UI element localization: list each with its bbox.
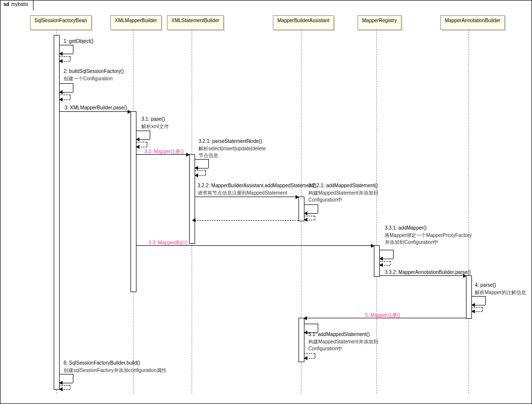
msg-3-2-1: 3.2.1: parseStatementNode() (199, 138, 262, 144)
msg-5-1-note: 构建MappedStatement并添加到 Configuration中 (308, 338, 378, 352)
activation (299, 318, 304, 362)
msg-3: 3: XMLMapperBuilder.pase() (65, 105, 127, 110)
msg-2: 2: buildSqlSessionFactory() (64, 68, 124, 74)
arrow (195, 197, 299, 197)
msg-3-1-note: 解析xml文件 (141, 123, 169, 130)
msg-4-note: 解析Mapper的注解信息 (475, 289, 526, 296)
msg-3-2-2: 3.2.2: MapperBuilderAssistant.addMappedS… (198, 183, 316, 188)
return (195, 220, 299, 221)
frame-name: mybatis (11, 1, 28, 7)
diagram-frame: sdmybatis SqlSessionFactoryBean XMLMappe… (0, 0, 532, 404)
msg-3-2-2-1-note: 构建MappedStatement并添加到 Configuration中 (308, 190, 378, 203)
msg-2-note: 创建一个Configuration (64, 75, 112, 82)
participant-sqlsessionfactorybean: SqlSessionFactoryBean (30, 15, 92, 30)
msg-4: 4: parse() (475, 282, 496, 288)
msg-3-3-2: 3.3.2: MapperAnnotationBuilder.parse() (385, 269, 471, 275)
msg-3-1: 3.1: pase() (141, 116, 165, 122)
arrow (136, 154, 189, 155)
participant-xmlmapperbuilder: XMLMapperBuilder (110, 15, 162, 30)
frame-tab: sdmybatis (0, 0, 33, 10)
msg-1: 1: getObject() (64, 38, 94, 44)
msg-3-2-2-note: 请求将节点信息注册到MappedStatement (198, 190, 287, 197)
arrow (59, 111, 131, 112)
frame-kind: sd (3, 1, 9, 7)
return-arrow (192, 218, 196, 222)
lifeline (468, 29, 469, 394)
participant-mapperannotationbuilder: MapperAnnotationBuilder (440, 15, 505, 30)
arrow-left (304, 318, 466, 318)
activation (54, 35, 60, 390)
participant-mapperregistry: MapperRegistry (358, 15, 401, 30)
msg-3-2-1-note: 解析select|insert|update|delete 节点信息 (199, 145, 266, 159)
msg-6-note: 创建sqlSessionFactory并添加configuration属性 (64, 367, 166, 374)
msg-3-3-1: 3.3.1: addMapper() (385, 225, 427, 231)
msg-3-3-1-note: 将Mapper绑定一个MapperProxyFactory 并添加到Config… (385, 232, 472, 246)
msg-6: 6: SqlSessionFactoryBuilder.build() (64, 360, 140, 366)
participant-mapperbuilderassistant: MapperBuilderAssistant (273, 15, 334, 30)
participant-xmlstatementbuilder: XMLStatementBuilder (167, 15, 224, 30)
msg-3-2-2-1: 3.2.2.1: addMappedStatement() (308, 183, 378, 188)
arrow (136, 245, 374, 246)
arrow (379, 275, 466, 276)
